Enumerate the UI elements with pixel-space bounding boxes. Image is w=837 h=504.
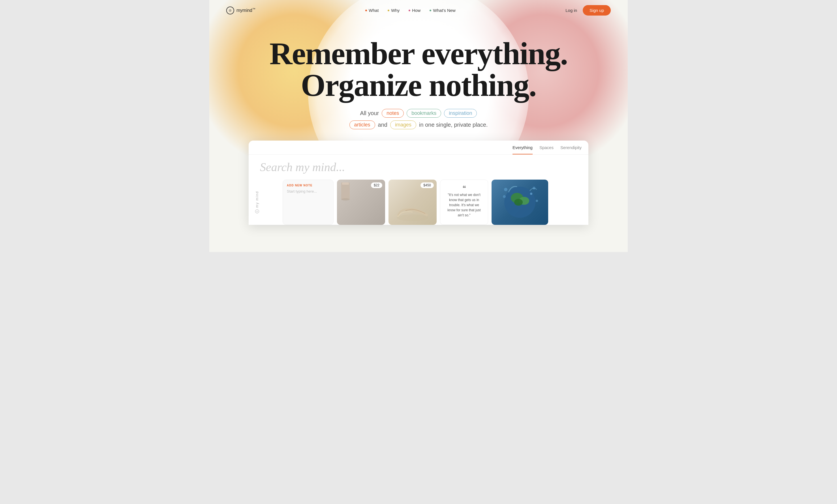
svg-point-3 <box>397 214 428 221</box>
search-placeholder-text[interactable]: Search my mind... <box>260 160 577 174</box>
globe-svg <box>497 181 542 223</box>
svg-point-11 <box>503 195 506 198</box>
nav-label-why: Why <box>391 8 399 13</box>
logo-icon: ◎ <box>226 6 234 14</box>
nav-label-how: How <box>412 8 421 13</box>
sneaker-svg <box>394 202 431 222</box>
quote-content: ❝ "It's not what we don't know that gets… <box>445 187 483 218</box>
tab-spaces[interactable]: Spaces <box>539 145 554 154</box>
card-quote[interactable]: ❝ "It's not what we don't know that gets… <box>440 180 488 225</box>
svg-point-7 <box>514 199 523 206</box>
nav-item-what[interactable]: What <box>365 8 378 13</box>
hero-subtitle: All your notes bookmarks inspiration art… <box>209 109 628 129</box>
card-note[interactable]: ADD NEW NOTE Start typing here... <box>283 180 334 225</box>
subtitle-suffix: in one single, private place. <box>419 122 487 128</box>
side-label: ◎ my mind <box>255 191 259 213</box>
pill-articles: articles <box>350 120 375 129</box>
nav-item-how[interactable]: How <box>409 8 421 13</box>
pill-images: images <box>390 120 416 129</box>
signup-button[interactable]: Sign up <box>583 5 611 16</box>
and-text: and <box>378 122 387 128</box>
hero-line1: Remember everything. <box>270 36 568 71</box>
nav-item-whats-new[interactable]: What's New <box>430 8 456 13</box>
pill-bookmarks: bookmarks <box>407 109 441 118</box>
cup-price: $22 <box>371 183 382 188</box>
cup-svg <box>337 180 354 205</box>
hero-title: Remember everything. Organize nothing. <box>209 38 628 101</box>
nav-label-whats-new: What's New <box>433 8 456 13</box>
hero-line2: Organize nothing. <box>301 68 536 102</box>
card-product-sneaker[interactable]: $450 <box>389 180 437 225</box>
app-content-area: ◎ my mind ADD NEW NOTE Start typing here… <box>249 180 588 225</box>
nav-item-why[interactable]: Why <box>388 8 399 13</box>
logo[interactable]: ◎ mymind™ <box>226 6 255 14</box>
svg-point-2 <box>341 198 350 201</box>
side-label-area: ◎ my mind <box>249 180 266 225</box>
note-placeholder: Start typing here... <box>287 189 329 193</box>
nav-links: What Why How What's New <box>365 8 456 13</box>
pill-notes: notes <box>382 109 404 118</box>
subtitle-row-2: articles and images in one single, priva… <box>350 120 488 129</box>
nav-actions: Log in Sign up <box>566 5 611 16</box>
nav-dot-why <box>388 10 389 11</box>
card-globe[interactable] <box>492 180 548 225</box>
navbar: ◎ mymind™ What Why How <box>209 0 628 21</box>
tab-everything[interactable]: Everything <box>513 145 533 154</box>
nav-dot-how <box>409 10 410 11</box>
nav-dot-what <box>365 10 367 11</box>
side-label-icon: ◎ <box>255 210 259 213</box>
app-preview: Everything Spaces Serendipity Search my … <box>249 141 588 225</box>
card-product-cup[interactable]: $22 <box>337 180 385 225</box>
app-search-area: Search my mind... <box>249 155 588 180</box>
quote-mark: ❝ <box>445 187 483 190</box>
logo-name: mymind™ <box>236 7 255 13</box>
side-label-text: my mind <box>255 191 259 208</box>
add-note-label: ADD NEW NOTE <box>287 184 329 187</box>
svg-point-12 <box>536 200 538 202</box>
svg-rect-1 <box>342 183 349 185</box>
svg-point-10 <box>530 193 532 195</box>
svg-rect-0 <box>341 183 350 200</box>
sneaker-price: $450 <box>421 183 434 188</box>
page-wrapper: ◎ mymind™ What Why How <box>209 0 628 252</box>
hero-section: Remember everything. Organize nothing. A… <box>209 21 628 129</box>
app-cards-container: ADD NEW NOTE Start typing here... $22 <box>266 180 548 225</box>
nav-label-what: What <box>369 8 378 13</box>
svg-point-8 <box>504 188 507 191</box>
nav-dot-whats-new <box>430 10 431 11</box>
tab-serendipity[interactable]: Serendipity <box>560 145 582 154</box>
subtitle-prefix: All your <box>360 110 379 116</box>
subtitle-row-1: All your notes bookmarks inspiration <box>360 109 477 118</box>
pill-inspiration: inspiration <box>444 109 477 118</box>
login-button[interactable]: Log in <box>566 8 577 13</box>
quote-text: "It's not what we don't know that gets u… <box>445 192 483 218</box>
app-tabs: Everything Spaces Serendipity <box>249 141 588 155</box>
